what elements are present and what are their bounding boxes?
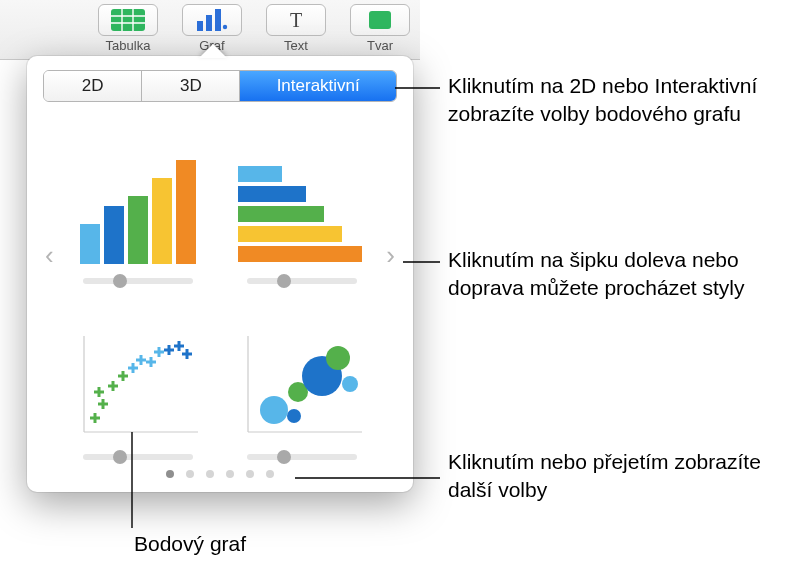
chart-grid (69, 126, 371, 460)
style-slider[interactable] (83, 454, 193, 460)
chart-area: ‹ › (43, 120, 397, 460)
table-icon (98, 4, 158, 36)
style-slider[interactable] (247, 278, 357, 284)
style-slider[interactable] (247, 454, 357, 460)
shape-icon (350, 4, 410, 36)
svg-rect-7 (215, 9, 221, 31)
tab-2d[interactable]: 2D (44, 71, 142, 101)
svg-rect-11 (80, 224, 100, 264)
chart-style-bar-horizontal[interactable] (233, 126, 371, 284)
scatter-icon (74, 332, 202, 440)
tab-interaktivni[interactable]: Interaktivní (240, 71, 396, 101)
segmented-control: 2D 3D Interaktivní (43, 70, 397, 102)
svg-rect-17 (238, 186, 306, 202)
chart-style-bar-vertical[interactable] (69, 126, 207, 284)
svg-rect-16 (238, 166, 282, 182)
svg-point-54 (342, 376, 358, 392)
svg-rect-15 (176, 160, 196, 264)
bubble-icon (238, 332, 366, 440)
svg-rect-18 (238, 206, 324, 222)
toolbar-label: Text (284, 38, 308, 53)
svg-rect-14 (152, 178, 172, 264)
svg-point-53 (326, 346, 350, 370)
toolbar-label: Tvar (367, 38, 393, 53)
toolbar-button-tvar[interactable]: Tvar (340, 0, 420, 59)
popover-arrow (199, 44, 227, 58)
page-dot[interactable] (226, 470, 234, 478)
svg-rect-5 (197, 21, 203, 31)
svg-point-8 (223, 25, 227, 29)
page-dot[interactable] (266, 470, 274, 478)
svg-rect-0 (111, 9, 145, 31)
svg-rect-19 (238, 226, 342, 242)
svg-point-51 (287, 409, 301, 423)
chart-popover: 2D 3D Interaktivní ‹ › (27, 56, 413, 492)
toolbar-label: Tabulka (106, 38, 151, 53)
svg-rect-12 (104, 206, 124, 264)
page-dot[interactable] (246, 470, 254, 478)
svg-text:T: T (290, 9, 302, 31)
chart-style-bubble[interactable] (233, 302, 371, 460)
style-slider[interactable] (83, 278, 193, 284)
svg-rect-6 (206, 15, 212, 31)
page-dot[interactable] (206, 470, 214, 478)
page-dot[interactable] (166, 470, 174, 478)
page-dot[interactable] (186, 470, 194, 478)
svg-rect-20 (238, 246, 362, 262)
toolbar-button-tabulka[interactable]: Tabulka (88, 0, 168, 59)
callout-scatter: Bodový graf (134, 530, 434, 558)
tab-3d[interactable]: 3D (142, 71, 240, 101)
chevron-right-icon[interactable]: › (386, 240, 395, 271)
svg-rect-13 (128, 196, 148, 264)
page-dots[interactable] (27, 470, 413, 478)
svg-point-49 (260, 396, 288, 424)
popover-body: 2D 3D Interaktivní ‹ › (27, 56, 413, 492)
callout-tabs: Kliknutím na 2D nebo Interaktivní zobraz… (448, 72, 808, 129)
chevron-left-icon[interactable]: ‹ (45, 240, 54, 271)
callout-arrow: Kliknutím na šipku doleva nebo doprava m… (448, 246, 808, 303)
chart-style-scatter[interactable] (69, 302, 207, 460)
svg-rect-10 (369, 11, 391, 29)
chart-icon (182, 4, 242, 36)
bar-horizontal-icon (238, 156, 366, 264)
callout-dots: Kliknutím nebo přejetím zobrazíte další … (448, 448, 808, 505)
toolbar-button-text[interactable]: T Text (256, 0, 336, 59)
bar-vertical-icon (74, 156, 202, 264)
text-icon: T (266, 4, 326, 36)
